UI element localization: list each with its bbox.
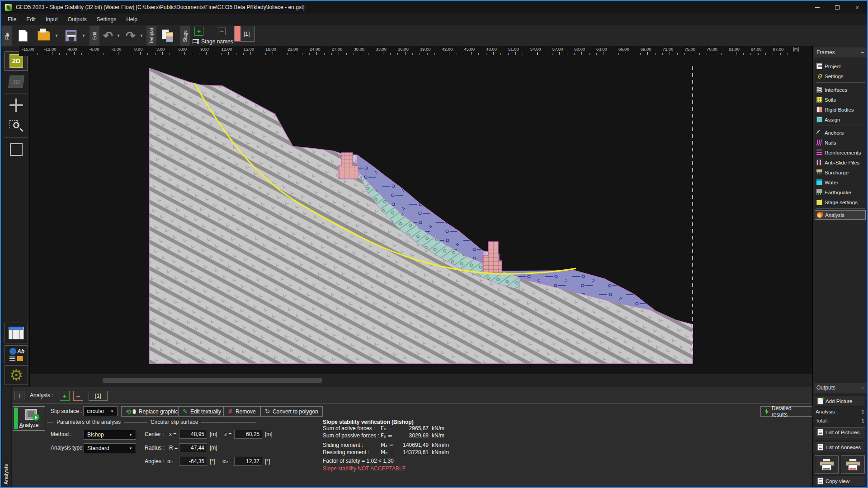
ruler-tick-label: 69,00 bbox=[636, 47, 656, 52]
stage-add-button[interactable]: + bbox=[194, 27, 203, 36]
ruler-tick-label: 87,00 bbox=[768, 47, 788, 52]
sidebar-item-assign[interactable]: Assign bbox=[815, 115, 866, 124]
alpha2-unit: [°] bbox=[265, 458, 270, 465]
fit-screen-icon bbox=[10, 143, 23, 156]
analysis-remove-button[interactable]: − bbox=[73, 391, 83, 401]
frames-minimize-button[interactable]: – bbox=[861, 49, 864, 56]
outputs-minimize-button[interactable]: – bbox=[861, 385, 864, 391]
menu-edit[interactable]: Edit bbox=[21, 14, 41, 24]
analysis-type-select[interactable]: Standard▼ bbox=[84, 443, 136, 453]
stage-1-tab[interactable]: [1] bbox=[234, 26, 255, 42]
analysis-side-tab[interactable]: Analysis bbox=[2, 387, 12, 488]
sidebar-item-reinforcements[interactable]: Reinforcements bbox=[815, 148, 866, 157]
slip-surface-select[interactable]: circular▼ bbox=[83, 406, 118, 416]
method-label: Method : bbox=[51, 431, 72, 437]
options-button[interactable]: ⚙ bbox=[5, 365, 28, 385]
list-of-pictures-icon bbox=[817, 429, 823, 436]
pan-icon bbox=[9, 99, 23, 112]
ruler-tick-label: 78,00 bbox=[702, 47, 722, 52]
analysis-bar-label: Analysis : bbox=[30, 392, 53, 399]
list-of-pictures-button[interactable]: List of Pictures bbox=[815, 427, 865, 437]
remove-button[interactable]: ✗ Remove bbox=[223, 406, 260, 417]
project-icon bbox=[816, 63, 822, 69]
detailed-results-button[interactable]: Detailed results bbox=[760, 406, 812, 417]
toolbar-file-group-label: File bbox=[2, 26, 12, 46]
table-icon bbox=[9, 327, 24, 339]
save-button[interactable] bbox=[61, 26, 80, 46]
horizontal-scrollbar[interactable] bbox=[103, 378, 322, 383]
pencil-icon: ✎ bbox=[183, 408, 188, 415]
analysis-panel: Analysis ❘ Analysis : + − [1] Analyze Sl… bbox=[2, 387, 812, 488]
copy-view-icon bbox=[817, 478, 823, 484]
center-z-input[interactable] bbox=[234, 430, 262, 439]
ruler-tick-label: 45,00 bbox=[459, 47, 479, 52]
sidebar-item-anti-slide-piles[interactable]: Anti-Slide Piles bbox=[815, 158, 866, 167]
analysis-1-tab[interactable]: [1] bbox=[89, 391, 108, 401]
sidebar-item-anchors[interactable]: Anchors bbox=[815, 128, 866, 137]
analyze-play-icon bbox=[33, 414, 39, 421]
method-select[interactable]: Bishop▼ bbox=[84, 430, 136, 440]
model-canvas[interactable] bbox=[30, 56, 812, 374]
redo-button[interactable]: ↷ bbox=[123, 26, 138, 46]
menu-settings[interactable]: Settings bbox=[92, 14, 121, 24]
add-picture-button[interactable]: Add Picture bbox=[815, 396, 865, 406]
menu-input[interactable]: Input bbox=[41, 14, 63, 24]
undo-dropdown-arrow[interactable]: ▼ bbox=[116, 33, 121, 38]
stage-remove-button[interactable]: − bbox=[218, 28, 226, 35]
table-view-button[interactable] bbox=[5, 323, 28, 343]
new-file-button[interactable] bbox=[14, 26, 33, 46]
ruler-tick-label: -3,00 bbox=[106, 47, 126, 52]
open-dropdown-arrow[interactable]: ▼ bbox=[54, 33, 59, 38]
sidebar-item-rigid-bodies[interactable]: Rigid Bodies bbox=[815, 105, 866, 114]
sidebar-item-water[interactable]: Water bbox=[815, 178, 866, 187]
menu-outputs[interactable]: Outputs bbox=[63, 14, 92, 24]
center-x-input[interactable] bbox=[179, 430, 207, 439]
open-file-button[interactable] bbox=[34, 26, 53, 46]
main-toolbar: File ▼ ▼ Edit ↶ ▼ ↷ ▼ Templat Stage + − … bbox=[1, 25, 867, 47]
sidebar-item-surcharge[interactable]: Surcharge bbox=[815, 168, 866, 177]
analysis-add-button[interactable]: + bbox=[60, 391, 70, 401]
maximize-button[interactable] bbox=[827, 1, 847, 14]
stage-names-button[interactable]: Stage names bbox=[193, 38, 233, 45]
alpha1-input[interactable] bbox=[179, 457, 207, 466]
view-3d-button[interactable]: 3D bbox=[5, 72, 28, 91]
undo-icon: ↶ bbox=[103, 30, 113, 42]
pan-tool-button[interactable] bbox=[5, 96, 28, 115]
convert-to-polygon-button[interactable]: ↻ Convert to polygon bbox=[260, 406, 323, 417]
copy-view-button[interactable]: Copy view bbox=[815, 476, 865, 486]
print-document-button[interactable] bbox=[815, 455, 839, 474]
sidebar-item-soils[interactable]: Soils bbox=[815, 95, 866, 104]
outputs-analysis-count-row: Analysis : 1 bbox=[816, 409, 864, 414]
sidebar-item-interfaces[interactable]: Interfaces bbox=[815, 85, 866, 94]
minimize-button[interactable] bbox=[807, 1, 827, 14]
zoom-tool-button[interactable] bbox=[5, 117, 28, 136]
sidebar-item-earthquake[interactable]: Earthquake bbox=[815, 188, 866, 197]
alpha2-input[interactable] bbox=[234, 457, 262, 466]
list-of-annexes-button[interactable]: List of Annexes bbox=[815, 442, 865, 452]
save-dropdown-arrow[interactable]: ▼ bbox=[81, 33, 86, 38]
template-button[interactable] bbox=[158, 26, 177, 46]
sidebar-item-settings[interactable]: ⚙Settings bbox=[815, 71, 866, 81]
canvas-scroll-strip bbox=[30, 374, 812, 387]
panel-collapse-handle[interactable]: ❘ bbox=[14, 391, 24, 400]
outputs-total-count-row: Total : 1 bbox=[816, 418, 864, 423]
analyze-button[interactable]: Analyze bbox=[13, 406, 45, 431]
menu-help[interactable]: Help bbox=[121, 14, 142, 24]
ruler-tick-label: 66,00 bbox=[614, 47, 634, 52]
circular-slip-group-title: Circular slip surface bbox=[141, 419, 256, 425]
fit-to-screen-button[interactable] bbox=[5, 140, 28, 159]
close-button[interactable]: × bbox=[847, 1, 867, 14]
print-picture-button[interactable] bbox=[841, 455, 865, 474]
redo-dropdown-arrow[interactable]: ▼ bbox=[139, 33, 144, 38]
drawing-settings-button[interactable]: Ab bbox=[5, 345, 28, 364]
sidebar-item-project[interactable]: Project bbox=[815, 61, 866, 71]
sidebar-item-stage-settings[interactable]: Stage settings bbox=[815, 197, 866, 207]
radius-input[interactable] bbox=[179, 443, 207, 452]
gear-icon: ⚙ bbox=[9, 367, 23, 383]
stage-names-grid-icon bbox=[193, 39, 199, 44]
edit-textually-button[interactable]: ✎ Edit textually bbox=[178, 406, 226, 417]
undo-button[interactable]: ↶ bbox=[100, 26, 116, 46]
sidebar-item-analysis[interactable]: Analysis bbox=[815, 210, 866, 220]
menu-file[interactable]: File bbox=[3, 14, 21, 24]
sidebar-item-nails[interactable]: Nails bbox=[815, 138, 866, 147]
